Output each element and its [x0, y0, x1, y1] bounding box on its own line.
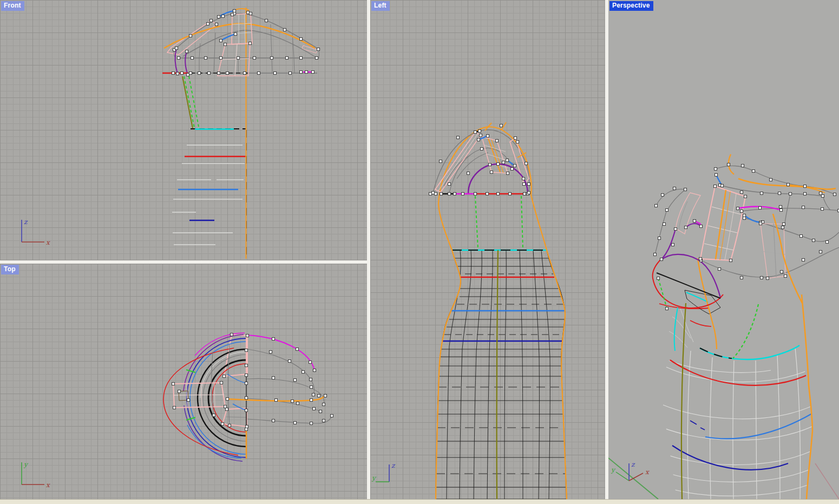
control-point[interactable]	[802, 206, 805, 209]
control-point[interactable]	[271, 57, 273, 60]
control-point[interactable]	[528, 183, 530, 186]
control-point[interactable]	[213, 414, 215, 417]
control-point[interactable]	[272, 377, 275, 379]
control-point[interactable]	[300, 71, 303, 74]
control-point[interactable]	[246, 335, 249, 337]
control-point[interactable]	[221, 423, 224, 426]
control-point[interactable]	[215, 23, 218, 26]
control-point[interactable]	[245, 364, 248, 367]
control-point[interactable]	[319, 410, 322, 413]
control-point[interactable]	[699, 258, 702, 260]
control-point[interactable]	[525, 162, 528, 165]
control-point[interactable]	[721, 185, 724, 187]
control-point[interactable]	[673, 187, 676, 190]
control-point[interactable]	[245, 374, 248, 377]
control-point[interactable]	[286, 57, 289, 60]
control-point[interactable]	[783, 223, 785, 226]
control-point[interactable]	[759, 207, 762, 210]
control-point[interactable]	[245, 428, 248, 431]
control-point[interactable]	[323, 403, 325, 406]
control-point[interactable]	[300, 57, 303, 60]
control-point[interactable]	[187, 399, 190, 402]
control-point[interactable]	[822, 195, 824, 198]
control-point[interactable]	[826, 241, 829, 244]
control-point[interactable]	[275, 399, 278, 402]
control-point[interactable]	[222, 15, 225, 18]
control-point[interactable]	[312, 71, 314, 74]
control-point[interactable]	[272, 420, 275, 422]
control-point[interactable]	[226, 398, 229, 401]
control-point[interactable]	[700, 225, 703, 228]
control-point[interactable]	[297, 402, 299, 405]
control-point[interactable]	[310, 378, 312, 381]
control-point[interactable]	[820, 251, 822, 253]
control-point[interactable]	[172, 72, 175, 75]
control-point[interactable]	[684, 188, 687, 191]
control-point[interactable]	[309, 361, 312, 364]
control-point[interactable]	[323, 420, 325, 422]
control-point[interactable]	[310, 422, 313, 425]
control-point[interactable]	[181, 72, 183, 75]
control-point[interactable]	[821, 208, 824, 211]
control-point[interactable]	[178, 390, 181, 393]
control-point[interactable]	[224, 43, 227, 46]
control-point[interactable]	[820, 192, 822, 195]
control-point[interactable]	[457, 136, 460, 139]
control-point[interactable]	[310, 386, 313, 389]
control-point[interactable]	[270, 351, 272, 354]
control-point[interactable]	[511, 168, 514, 171]
control-point[interactable]	[740, 210, 743, 213]
control-point[interactable]	[191, 57, 194, 60]
control-point[interactable]	[233, 10, 236, 12]
control-point[interactable]	[205, 57, 207, 60]
control-point[interactable]	[693, 220, 696, 222]
control-point[interactable]	[770, 179, 772, 181]
control-point[interactable]	[666, 209, 668, 212]
control-point[interactable]	[737, 207, 739, 210]
control-point[interactable]	[318, 395, 320, 397]
control-point[interactable]	[186, 50, 188, 53]
control-point[interactable]	[528, 192, 530, 194]
control-point[interactable]	[258, 72, 260, 75]
control-point[interactable]	[253, 57, 256, 60]
control-point[interactable]	[654, 253, 657, 256]
control-point[interactable]	[245, 349, 248, 352]
control-point[interactable]	[313, 408, 316, 410]
control-point[interactable]	[272, 338, 275, 341]
control-point[interactable]	[509, 193, 512, 195]
control-point[interactable]	[766, 277, 769, 280]
control-point[interactable]	[300, 38, 303, 41]
control-point[interactable]	[228, 424, 231, 427]
control-point[interactable]	[198, 72, 201, 75]
control-point[interactable]	[173, 407, 176, 409]
control-point[interactable]	[743, 214, 746, 217]
control-point[interactable]	[781, 271, 783, 273]
control-point[interactable]	[178, 57, 180, 60]
control-point[interactable]	[660, 258, 663, 261]
control-point[interactable]	[296, 348, 299, 351]
control-point[interactable]	[657, 277, 660, 280]
control-point[interactable]	[189, 35, 192, 37]
control-point[interactable]	[742, 165, 744, 167]
control-point[interactable]	[502, 161, 505, 164]
control-point[interactable]	[489, 163, 491, 166]
control-point[interactable]	[440, 193, 443, 195]
control-point[interactable]	[291, 400, 294, 403]
control-point[interactable]	[294, 422, 297, 424]
control-point[interactable]	[480, 134, 482, 137]
control-point[interactable]	[685, 226, 687, 229]
control-point[interactable]	[497, 193, 500, 195]
control-point[interactable]	[324, 395, 327, 397]
control-point[interactable]	[208, 72, 211, 75]
control-point[interactable]	[220, 57, 222, 60]
control-point[interactable]	[448, 183, 451, 186]
control-point[interactable]	[440, 160, 442, 163]
control-point[interactable]	[245, 397, 248, 400]
control-point[interactable]	[265, 19, 268, 22]
control-point[interactable]	[223, 375, 226, 378]
control-point[interactable]	[800, 235, 803, 238]
control-point[interactable]	[249, 42, 252, 45]
control-point[interactable]	[234, 33, 237, 36]
control-point[interactable]	[220, 382, 223, 384]
control-point[interactable]	[220, 40, 222, 42]
